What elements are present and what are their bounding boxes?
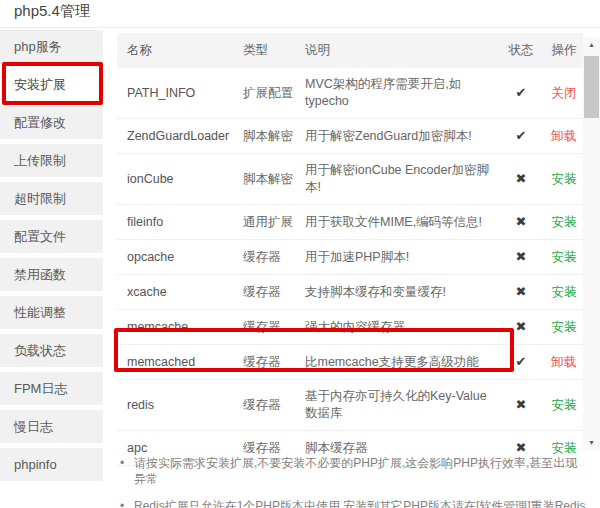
- col-header-action: 操作: [545, 42, 583, 59]
- ext-type: 脚本解密: [243, 120, 305, 153]
- action-link[interactable]: 安装: [552, 441, 577, 455]
- ext-type: 扩展配置: [243, 77, 305, 110]
- action-link[interactable]: 安装: [552, 398, 577, 412]
- note-text: 请按实际需求安装扩展,不要安装不必要的PHP扩展,这会影响PHP执行效率,甚至出…: [134, 455, 588, 487]
- sidebar-item-config-file[interactable]: 配置文件: [0, 220, 103, 253]
- ext-type: 通用扩展: [243, 206, 305, 239]
- ext-name: memcache: [117, 311, 243, 344]
- action-link[interactable]: 安装: [552, 320, 577, 334]
- sidebar-item-performance[interactable]: 性能调整: [0, 296, 103, 329]
- footer-notes: • 请按实际需求安装扩展,不要安装不必要的PHP扩展,这会影响PHP执行效率,甚…: [120, 455, 588, 508]
- status-cross-icon: ✖: [516, 397, 527, 412]
- sidebar: php服务 安装扩展 配置修改 上传限制 超时限制 配置文件 禁用函数 性能调整…: [0, 30, 103, 486]
- action-link[interactable]: 关闭: [552, 86, 577, 100]
- table-row-path-info: PATH_INFO 扩展配置 MVC架构的程序需要开启,如typecho ✔ 关…: [117, 68, 583, 119]
- ext-desc: 基于内存亦可持久化的Key-Value数据库: [305, 380, 497, 430]
- table-row-memcache: memcache 缓存器 强大的内容缓存器 ✖ 安装: [117, 310, 583, 345]
- bullet-icon: •: [120, 498, 134, 508]
- action-link[interactable]: 卸载: [552, 129, 577, 143]
- ext-desc: 用于加速PHP脚本!: [305, 241, 497, 274]
- ext-desc: 强大的内容缓存器: [305, 311, 497, 344]
- table-row-xcache: xcache 缓存器 支持脚本缓存和变量缓存! ✖ 安装: [117, 275, 583, 310]
- bullet-icon: •: [120, 455, 134, 487]
- ext-name: ZendGuardLoader: [117, 120, 243, 153]
- status-cross-icon: ✖: [516, 214, 527, 229]
- ext-name: opcache: [117, 241, 243, 274]
- status-check-icon: ✔: [516, 85, 527, 100]
- php-manage-dialog: php5.4管理 php服务 安装扩展 配置修改 上传限制 超时限制 配置文件 …: [0, 0, 600, 508]
- ext-type: 缓存器: [243, 311, 305, 344]
- ext-type: 缓存器: [243, 276, 305, 309]
- ext-type: 缓存器: [243, 346, 305, 379]
- sidebar-item-disabled-func[interactable]: 禁用函数: [0, 258, 103, 291]
- ext-desc: 用于解密ionCube Encoder加密脚本!: [305, 154, 497, 204]
- col-header-name: 名称: [117, 42, 243, 59]
- action-link[interactable]: 安装: [552, 172, 577, 186]
- sidebar-item-upload-limit[interactable]: 上传限制: [0, 144, 103, 177]
- sidebar-item-php-service[interactable]: php服务: [0, 30, 103, 63]
- ext-name: redis: [117, 389, 243, 422]
- ext-name: fileinfo: [117, 206, 243, 239]
- table-row-memcached: memcached 缓存器 比memcache支持更多高级功能 ✔ 卸载: [117, 345, 583, 380]
- sidebar-item-install-ext[interactable]: 安装扩展: [0, 68, 103, 101]
- table-row-fileinfo: fileinfo 通用扩展 用于获取文件MIME,编码等信息! ✖ 安装: [117, 205, 583, 240]
- col-header-desc: 说明: [305, 42, 497, 59]
- table-body: PATH_INFO 扩展配置 MVC架构的程序需要开启,如typecho ✔ 关…: [117, 68, 583, 466]
- ext-desc: MVC架构的程序需要开启,如typecho: [305, 68, 497, 118]
- page-title: php5.4管理: [14, 2, 90, 21]
- action-link[interactable]: 安装: [552, 215, 577, 229]
- table-row-ioncube: ionCube 脚本解密 用于解密ionCube Encoder加密脚本! ✖ …: [117, 154, 583, 205]
- ext-type: 脚本解密: [243, 163, 305, 196]
- scroll-down-icon[interactable]: ▼: [583, 436, 600, 450]
- scroll-up-icon[interactable]: ▲: [583, 38, 600, 52]
- table-scrollbar[interactable]: ▲ ▼: [583, 38, 600, 450]
- title-divider: [0, 27, 600, 28]
- ext-type: 缓存器: [243, 241, 305, 274]
- ext-name: xcache: [117, 276, 243, 309]
- ext-desc: 用于解密ZendGuard加密脚本!: [305, 120, 497, 153]
- ext-name: memcached: [117, 346, 243, 379]
- status-cross-icon: ✖: [516, 284, 527, 299]
- ext-type: 缓存器: [243, 389, 305, 422]
- status-check-icon: ✔: [516, 128, 527, 143]
- ext-name: PATH_INFO: [117, 77, 243, 110]
- sidebar-item-slow-log[interactable]: 慢日志: [0, 410, 103, 443]
- table-row-zendguardloader: ZendGuardLoader 脚本解密 用于解密ZendGuard加密脚本! …: [117, 119, 583, 154]
- extensions-table: 名称 类型 说明 状态 操作 PATH_INFO 扩展配置 MVC架构的程序需要…: [117, 33, 583, 466]
- sidebar-item-timeout-limit[interactable]: 超时限制: [0, 182, 103, 215]
- table-row-redis: redis 缓存器 基于内存亦可持久化的Key-Value数据库 ✖ 安装: [117, 380, 583, 431]
- status-cross-icon: ✖: [516, 249, 527, 264]
- ext-name: ionCube: [117, 163, 243, 196]
- note-text: Redis扩展只允许在1个PHP版本中使用,安装到其它PHP版本请在[软件管理]…: [134, 498, 585, 508]
- note-install-advice: • 请按实际需求安装扩展,不要安装不必要的PHP扩展,这会影响PHP执行效率,甚…: [120, 455, 588, 487]
- sidebar-item-config-edit[interactable]: 配置修改: [0, 106, 103, 139]
- action-link[interactable]: 卸载: [552, 355, 577, 369]
- sidebar-item-load-status[interactable]: 负载状态: [0, 334, 103, 367]
- sidebar-item-phpinfo[interactable]: phpinfo: [0, 448, 103, 481]
- action-link[interactable]: 安装: [552, 285, 577, 299]
- col-header-status: 状态: [497, 42, 545, 59]
- status-cross-icon: ✖: [516, 440, 527, 455]
- status-cross-icon: ✖: [516, 319, 527, 334]
- status-cross-icon: ✖: [516, 171, 527, 186]
- sidebar-item-fpm-log[interactable]: FPM日志: [0, 372, 103, 405]
- table-row-opcache: opcache 缓存器 用于加速PHP脚本! ✖ 安装: [117, 240, 583, 275]
- scrollbar-thumb[interactable]: [584, 56, 599, 118]
- ext-desc: 比memcache支持更多高级功能: [305, 346, 497, 379]
- action-link[interactable]: 安装: [552, 250, 577, 264]
- status-check-icon: ✔: [516, 354, 527, 369]
- col-header-type: 类型: [243, 42, 305, 59]
- ext-desc: 用于获取文件MIME,编码等信息!: [305, 206, 497, 239]
- note-redis-advice: • Redis扩展只允许在1个PHP版本中使用,安装到其它PHP版本请在[软件管…: [120, 498, 588, 508]
- table-header-row: 名称 类型 说明 状态 操作: [117, 33, 583, 68]
- ext-desc: 支持脚本缓存和变量缓存!: [305, 276, 497, 309]
